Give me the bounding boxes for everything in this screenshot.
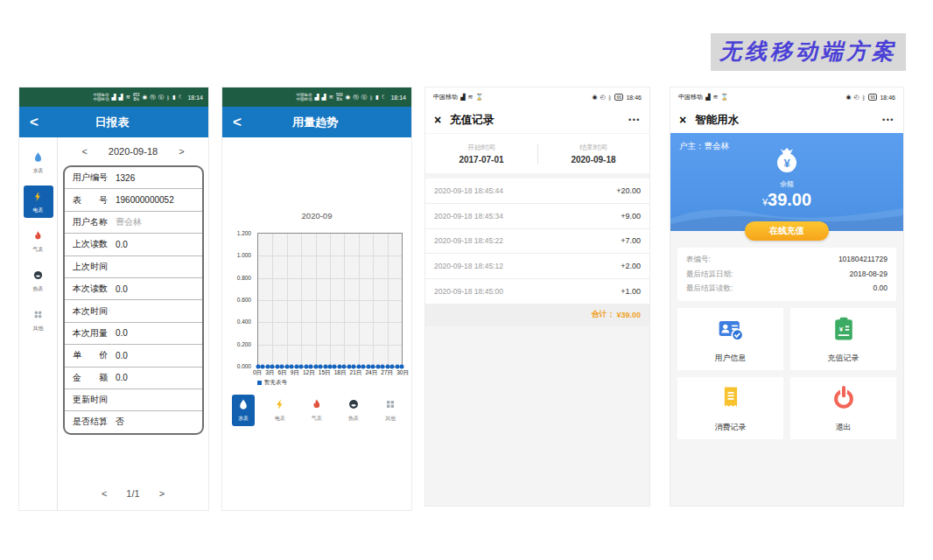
tab-other[interactable]: 其他: [379, 395, 402, 426]
tab-gas-meter[interactable]: 气表: [305, 395, 328, 426]
status-bar: 中国移动 ▟ ≋ ⌛ ◉ ◴ ᛒ 66 18:46: [670, 88, 903, 107]
user-info-card[interactable]: 用户信息: [677, 308, 783, 370]
form-row: 金 额 0.0: [65, 367, 202, 388]
record-row: 2020-09-18 18:45:22 +7.00: [425, 228, 649, 254]
info-row: 最后结算日期: 2018-08-29: [686, 270, 887, 280]
record-row: 2020-09-18 18:45:12 +2.00: [425, 253, 649, 278]
back-icon[interactable]: <: [30, 114, 39, 131]
field-label: 上次读数: [73, 238, 108, 250]
status-bar: 中国电信 中国移动 ▟ ▟ ≋ 569 B/s ◉ Ⓝ Ⓥ ᛒ ▮ ☾ 18:1…: [222, 88, 411, 107]
lightning-icon: [274, 398, 286, 414]
status-bar: 中国移动 ▟ ≋ ⌛ ◉ ◴ ᛒ 66 18:46: [425, 88, 649, 107]
consume-record-card[interactable]: 消费记录: [677, 377, 783, 439]
more-icon[interactable]: •••: [628, 116, 641, 124]
field-label: 用户名称: [73, 216, 108, 228]
bluetooth-icon: ᛒ: [608, 94, 612, 101]
battery-icon: 66: [614, 94, 624, 101]
sidebar-item-heat-meter[interactable]: 热表: [24, 264, 53, 297]
wifi-icon: ≋: [329, 94, 333, 101]
exit-card[interactable]: 退出: [790, 377, 896, 439]
net-speed: 853 B/s: [133, 93, 140, 102]
flame-icon: [32, 229, 44, 245]
record-row: 2020-09-18 18:45:34 +9.00: [425, 203, 649, 228]
grid-dots-icon: [32, 308, 44, 324]
record-time: 2020-09-18 18:45:22: [434, 236, 503, 245]
sidebar-item-gas-meter[interactable]: 气表: [24, 225, 53, 257]
sidebar-item-water-meter[interactable]: 水表: [24, 146, 53, 178]
form-row: 更新时间: [65, 388, 202, 410]
moon-icon: ☾: [382, 94, 387, 101]
tab-heat-meter[interactable]: 热表: [342, 395, 365, 426]
hourglass-icon: ⌛: [475, 94, 483, 101]
close-icon[interactable]: ×: [679, 113, 686, 127]
end-date-filter[interactable]: 结束时间 2020-09-18: [537, 134, 649, 173]
form-row: 用户名称 曹会林: [65, 211, 202, 233]
eye-icon: ◉: [845, 94, 851, 101]
app-bar-title: 日报表: [39, 115, 186, 130]
total-label: 合计：: [591, 309, 614, 320]
field-label: 本次读数: [73, 283, 108, 295]
total-value: ¥39.00: [616, 311, 641, 319]
nfc-icon: Ⓝ: [353, 94, 359, 102]
consume-record-icon: [717, 384, 745, 416]
close-icon[interactable]: ×: [434, 113, 441, 127]
app-bar: × 充值记录 •••: [425, 107, 649, 133]
online-recharge-button[interactable]: 在线充值: [745, 221, 829, 241]
record-amount: +1.00: [621, 287, 641, 296]
report-form: 用户编号 1326 表 号 196000000052 用户名称 曹会林: [63, 165, 204, 435]
next-date-button[interactable]: >: [179, 146, 184, 157]
flame-icon: [311, 398, 323, 414]
prev-page-button[interactable]: <: [102, 488, 107, 499]
record-amount: +2.00: [621, 262, 641, 270]
page-title: 无线移动端方案: [711, 33, 906, 71]
field-label: 本次用量: [73, 327, 108, 340]
field-value: 0.0: [116, 240, 128, 249]
recharge-record-card[interactable]: ¥ 充值记录: [790, 308, 896, 370]
status-bar: 中国电信 中国移动 ▟ ▟ ≋ 853 B/s ◉ Ⓝ Ⓥ ᛒ ▮ ☾ 18:1…: [19, 88, 208, 107]
tab-electric-meter[interactable]: 电表: [269, 395, 291, 426]
app-bar: × 智能用水 •••: [670, 107, 903, 133]
prev-date-button[interactable]: <: [81, 146, 87, 157]
record-amount: +7.00: [621, 236, 641, 245]
sidebar-item-other[interactable]: 其他: [24, 304, 53, 336]
tab-water-meter[interactable]: 水表: [232, 395, 255, 426]
wifi-icon: ≋: [126, 94, 130, 101]
grid-dots-icon: [384, 398, 396, 414]
nfc-icon: Ⓝ: [150, 94, 156, 102]
field-label: 是否结算: [73, 416, 108, 428]
recharge-record-icon: ¥: [830, 315, 858, 346]
sidebar-item-electric-meter[interactable]: 电表: [24, 186, 53, 218]
eye-icon: ◉: [142, 94, 147, 101]
signal-icon: ▟: [119, 94, 123, 101]
next-page-button[interactable]: >: [159, 488, 165, 499]
start-date-filter[interactable]: 开始时间 2017-07-01: [425, 134, 537, 173]
screen-smart-water: 中国移动 ▟ ≋ ⌛ ◉ ◴ ᛒ 66 18:46 × 智能用水 •••: [670, 88, 903, 506]
field-value: 1326: [116, 173, 135, 183]
app-bar-title: 智能用水: [695, 113, 739, 128]
battery-icon: ▮: [375, 94, 379, 101]
record-amount: +20.00: [616, 186, 641, 195]
total-row: 合计： ¥39.00: [425, 304, 649, 326]
status-time: 18:14: [187, 94, 203, 101]
info-value: 101804211729: [838, 255, 887, 265]
lightning-icon: [32, 190, 44, 206]
legend-swatch: [257, 381, 262, 385]
bluetooth-icon: ᛒ: [166, 94, 170, 101]
chart-y-axis: 1.2001.0000.8000.6000.4000.2000.000: [225, 233, 254, 366]
info-row: 最后结算读数: 0.00: [686, 284, 887, 294]
money-bag-icon: ¥: [771, 144, 803, 178]
field-value: 0.0: [116, 284, 128, 294]
status-time: 18:46: [626, 94, 642, 101]
field-label: 上次时间: [73, 261, 108, 273]
field-value: 0.0: [116, 328, 128, 338]
more-icon[interactable]: •••: [882, 116, 894, 124]
usage-chart: 1.2001.0000.8000.6000.4000.2000.000 0日3日…: [257, 233, 403, 387]
carrier-label: 中国移动: [678, 93, 703, 102]
signal-icon: ▟: [315, 94, 319, 101]
info-value: 2018-08-29: [850, 270, 887, 280]
wifi-icon: ≋: [467, 94, 473, 101]
balance-value: ¥39.00: [762, 190, 811, 210]
alarm-icon: ◴: [854, 94, 859, 101]
info-label: 表编号:: [686, 255, 711, 265]
back-icon[interactable]: <: [233, 114, 242, 131]
